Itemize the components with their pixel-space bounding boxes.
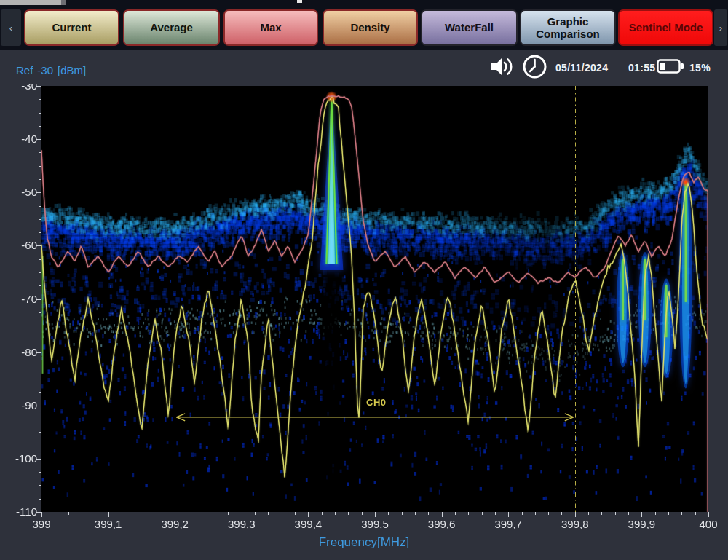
battery-percent: 15% [689, 62, 711, 74]
x-tick-label: 400 [685, 518, 728, 530]
chevron-right-icon: › [719, 23, 722, 33]
date-text: 05/11/2024 [555, 62, 608, 74]
y-tick-label: -80 [0, 346, 37, 358]
y-tick-label: -90 [0, 399, 37, 411]
chevron-left-icon: ‹ [9, 23, 12, 33]
toolbar-button-max[interactable]: Max [223, 9, 318, 46]
battery-icon [657, 58, 685, 77]
reference-level: Ref-30[dBm] [16, 64, 90, 76]
toolbar-button-current[interactable]: Current [24, 9, 119, 46]
toolbar-scroll-right-button[interactable]: › [714, 9, 727, 46]
ref-value: -30 [37, 64, 53, 76]
y-tick-label: -100 [0, 452, 37, 465]
x-tick-label: 399,8 [552, 518, 598, 530]
x-tick-label: 399,7 [485, 518, 531, 530]
toolbar-button-average[interactable]: Average [123, 9, 220, 46]
spectrum-plot[interactable] [0, 0, 728, 560]
toolbar-button-density[interactable]: Density [323, 9, 418, 46]
clock-icon [521, 53, 548, 83]
toolbar-button-graphic-comparison[interactable]: Graphic Comparison [520, 9, 616, 46]
y-tick-label: -110 [0, 505, 37, 518]
window-fragment [0, 0, 66, 5]
channel-marker-label: CH0 [366, 397, 387, 408]
toolbar-scroll-left-button[interactable]: ‹ [1, 9, 21, 46]
toolbar-button-waterfall[interactable]: WaterFall [421, 9, 518, 46]
x-tick-label: 399,9 [618, 518, 665, 530]
x-tick-label: 399,5 [352, 518, 398, 530]
toolbar-button-sentinel-mode[interactable]: Sentinel Mode [618, 9, 713, 46]
time-text: 01:55 [628, 62, 655, 74]
x-tick-label: 399,6 [419, 518, 465, 530]
x-tick-label: 399 [18, 518, 65, 530]
status-bar: Ref-30[dBm] 05/11/2024 01:55 15% [0, 50, 728, 84]
y-tick-label: -40 [0, 133, 37, 145]
x-axis-label: Frequency[MHz] [288, 535, 440, 550]
ref-unit: [dBm] [58, 64, 86, 76]
y-tick-label: -70 [0, 293, 37, 305]
toolbar: ‹ CurrentAverageMaxDensityWaterFallGraph… [0, 0, 728, 50]
ref-label: Ref [16, 64, 33, 76]
x-tick-label: 399,2 [151, 518, 198, 530]
x-tick-label: 399,1 [85, 518, 132, 530]
speaker-icon[interactable] [489, 55, 514, 81]
x-tick-label: 399,3 [218, 518, 265, 530]
x-tick-label: 399,4 [285, 518, 331, 530]
y-tick-label: -60 [0, 239, 37, 251]
top-tick-artifact [297, 0, 302, 3]
y-tick-label: -50 [0, 186, 37, 198]
